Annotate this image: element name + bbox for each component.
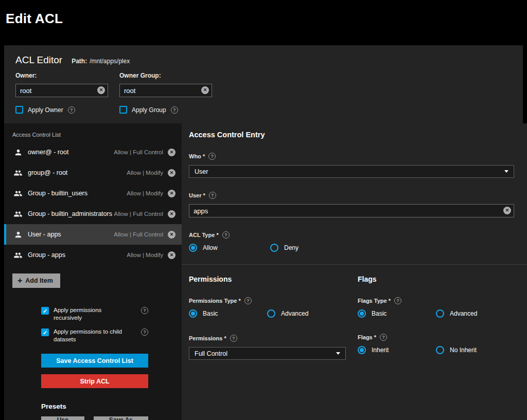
acl-editor-title: ACL Editor xyxy=(15,54,62,66)
clear-owner-icon[interactable]: ✕ xyxy=(97,86,105,94)
group-icon xyxy=(12,251,24,260)
person-icon xyxy=(12,148,24,157)
apply-owner-label: Apply Owner xyxy=(28,106,63,114)
help-icon[interactable]: ? xyxy=(141,328,148,336)
presets-title: Presets xyxy=(41,403,148,410)
flags-inherit-radio[interactable]: Inherit xyxy=(358,346,436,354)
add-item-button[interactable]: + Add Item xyxy=(12,273,60,288)
clear-owner-group-icon[interactable]: ✕ xyxy=(201,86,209,94)
acl-list-title: Access Control List xyxy=(4,123,182,142)
acl-entry-group[interactable]: group@ - root Allow | Modify ✕ xyxy=(4,162,182,183)
apply-recursively-label: Apply permissions recursively xyxy=(54,306,131,322)
help-icon[interactable]: ? xyxy=(380,334,387,341)
permissions-type-basic-radio[interactable]: Basic xyxy=(189,309,267,318)
remove-entry-icon[interactable]: ✕ xyxy=(168,149,175,156)
acl-entry-user-apps[interactable]: User - apps Allow | Full Control ✕ xyxy=(4,224,182,245)
access-control-entry-panel: Access Control Entry Who * ? User User *… xyxy=(182,123,527,420)
help-icon[interactable]: ? xyxy=(68,106,75,114)
apply-group-checkbox[interactable] xyxy=(119,106,127,114)
path-display: Path:/mnt/apps/plex xyxy=(72,58,130,65)
radio-selected-icon xyxy=(358,309,366,318)
owner-group-field-group: Owner Group: ✕ Apply Group ? xyxy=(119,72,212,114)
permissions-type-label: Permissions Type * xyxy=(189,298,241,304)
remove-entry-icon[interactable]: ✕ xyxy=(168,190,175,197)
owner-group-input[interactable] xyxy=(119,84,212,97)
help-icon[interactable]: ? xyxy=(394,297,401,304)
acl-type-deny-radio[interactable]: Deny xyxy=(270,244,298,252)
acl-entry-builtin-users[interactable]: Group - builtin_users Allow | Modify ✕ xyxy=(4,183,182,204)
apply-child-datasets-checkbox[interactable]: ✓ xyxy=(41,328,49,336)
help-icon[interactable]: ? xyxy=(141,307,148,314)
add-item-label: Add Item xyxy=(25,277,52,284)
permissions-label: Permissions * xyxy=(189,335,226,341)
acl-list-panel: Access Control List owner@ - root Allow … xyxy=(4,123,182,420)
permissions-type-advanced-radio[interactable]: Advanced xyxy=(267,309,308,318)
save-acl-button[interactable]: Save Access Control List xyxy=(41,354,148,368)
owner-group-label: Owner Group: xyxy=(119,72,212,79)
radio-selected-icon xyxy=(358,346,366,354)
strip-acl-button[interactable]: Strip ACL xyxy=(41,374,148,388)
remove-entry-icon[interactable]: ✕ xyxy=(168,210,175,218)
permissions-type-basic-label: Basic xyxy=(203,310,218,317)
radio-unselected-icon xyxy=(267,309,275,318)
flags-no-inherit-radio[interactable]: No Inherit xyxy=(436,346,477,354)
acl-type-allow-radio[interactable]: Allow xyxy=(189,244,270,252)
help-icon[interactable]: ? xyxy=(230,335,237,342)
use-preset-button[interactable]: Use Preset xyxy=(41,416,84,420)
acl-entry-builtin-administrators[interactable]: Group - builtin_administrators Allow | F… xyxy=(4,204,182,224)
flags-label: Flags * xyxy=(358,334,376,340)
apply-recursively-checkbox[interactable]: ✓ xyxy=(41,307,49,315)
help-icon[interactable]: ? xyxy=(222,231,230,239)
remove-entry-icon[interactable]: ✕ xyxy=(168,251,175,259)
who-label: Who * xyxy=(189,153,205,159)
path-value: /mnt/apps/plex xyxy=(90,58,130,65)
acl-editor-section: ACL Editor Path:/mnt/apps/plex Owner: ✕ … xyxy=(4,45,523,123)
acl-entry-label: Group - builtin_users xyxy=(28,190,87,197)
page-title: Edit ACL xyxy=(6,11,63,27)
group-icon xyxy=(12,189,24,198)
acl-entry-permissions: Allow | Full Control xyxy=(114,211,163,217)
help-icon[interactable]: ? xyxy=(171,106,178,114)
clear-user-icon[interactable]: ✕ xyxy=(503,207,511,214)
permissions-title: Permissions xyxy=(189,275,358,283)
permissions-select[interactable]: Full Control xyxy=(189,347,346,360)
acl-entry-group-apps[interactable]: Group - apps Allow | Modify ✕ xyxy=(4,245,182,265)
person-icon xyxy=(12,230,24,239)
radio-unselected-icon xyxy=(436,346,444,354)
acl-entry-permissions: Allow | Modify xyxy=(127,170,163,176)
help-icon[interactable]: ? xyxy=(209,192,216,199)
who-select[interactable]: User xyxy=(189,165,514,178)
acl-entry-owner[interactable]: owner@ - root Allow | Full Control ✕ xyxy=(4,142,182,162)
help-icon[interactable]: ? xyxy=(244,297,252,304)
user-input[interactable] xyxy=(189,204,514,217)
apply-owner-checkbox[interactable] xyxy=(15,106,23,114)
dropdown-caret-icon xyxy=(504,170,508,173)
who-value: User xyxy=(195,168,208,175)
group-icon xyxy=(12,169,24,177)
radio-unselected-icon xyxy=(436,309,444,318)
owner-label: Owner: xyxy=(15,72,108,79)
remove-entry-icon[interactable]: ✕ xyxy=(168,169,175,177)
acl-type-label: ACL Type * xyxy=(189,232,219,238)
acl-entry-label: Group - builtin_administrators xyxy=(28,210,112,217)
acl-type-deny-label: Deny xyxy=(284,244,298,251)
edit-acl-card: ACL Editor Path:/mnt/apps/plex Owner: ✕ … xyxy=(4,45,523,420)
flags-no-inherit-label: No Inherit xyxy=(450,346,477,354)
flags-type-basic-radio[interactable]: Basic xyxy=(358,309,436,318)
remove-entry-icon[interactable]: ✕ xyxy=(168,231,175,239)
plus-icon: + xyxy=(17,276,22,285)
save-as-preset-button[interactable]: Save As Preset xyxy=(94,416,148,420)
radio-selected-icon xyxy=(189,309,197,318)
radio-unselected-icon xyxy=(270,244,278,252)
ace-title: Access Control Entry xyxy=(189,131,526,139)
owner-field-group: Owner: ✕ Apply Owner ? xyxy=(15,72,108,114)
acl-entry-label: owner@ - root xyxy=(28,149,68,156)
help-icon[interactable]: ? xyxy=(208,153,216,160)
acl-entry-permissions: Allow | Modify xyxy=(127,190,163,196)
owner-input[interactable] xyxy=(15,84,108,97)
flags-type-advanced-radio[interactable]: Advanced xyxy=(436,309,477,318)
apply-group-label: Apply Group xyxy=(132,106,166,114)
permissions-column: Permissions Permissions Type * ? Basic A… xyxy=(189,265,358,360)
user-label: User * xyxy=(189,192,205,198)
acl-entry-label: User - apps xyxy=(28,231,61,238)
